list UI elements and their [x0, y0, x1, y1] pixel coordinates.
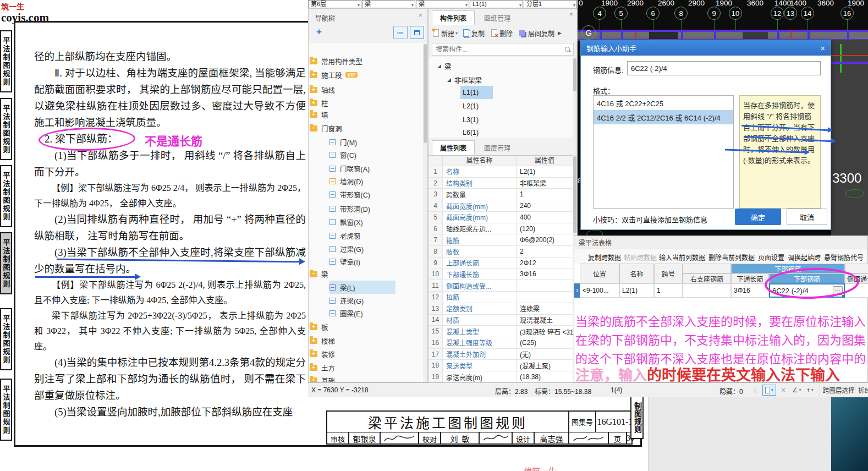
tab-component-list[interactable]: 构件列表	[432, 10, 475, 25]
property-row[interactable]: 13定额类别连续梁	[428, 303, 573, 315]
nav-tree-item[interactable]: +土方	[310, 361, 422, 374]
nav-tree-item[interactable]: +施工段VIP	[310, 68, 422, 81]
delete-button[interactable]: 删除	[491, 29, 513, 38]
interlayer-copy-button[interactable]: 层间复制	[519, 29, 554, 38]
angle-tool-icon[interactable]: ∠▾	[790, 385, 803, 396]
property-row[interactable]: 16混凝土强度等级(C25)	[428, 337, 573, 349]
cell-right-support[interactable]	[683, 283, 731, 298]
cancel-button[interactable]: 取消	[787, 209, 827, 225]
format-option[interactable]: 4C16 或 2C22+2C25	[594, 96, 733, 110]
property-row[interactable]: 6轴线距梁左边...(120)	[428, 223, 573, 235]
nav-tree-item[interactable]: 壁龛(I)	[329, 255, 427, 268]
cross-layer-select-button[interactable]: 跨图层选择	[820, 383, 858, 397]
property-row[interactable]: 14材质现浇混凝土	[428, 315, 573, 326]
nav-tree-item[interactable]: +墙	[310, 108, 422, 121]
property-row[interactable]: 3跨数量1	[428, 189, 573, 200]
dialog-titlebar[interactable]: 钢筋输入小助手 ×	[581, 40, 831, 56]
nav-tree-item[interactable]: 老虎窗	[329, 229, 427, 242]
component-subgroup[interactable]: 非框架梁	[447, 73, 482, 86]
nav-tree-item[interactable]: +常用构件类型	[310, 54, 422, 68]
tab-layer-manage[interactable]: 图层管理	[476, 140, 519, 155]
property-row[interactable]: 5截面高度(mm)400	[428, 212, 573, 223]
nav-tree-item[interactable]: 带形洞(D)	[329, 202, 427, 215]
close-icon[interactable]: ×	[569, 10, 573, 18]
component-item[interactable]: L6(1)	[463, 126, 479, 139]
nav-tree-item[interactable]: 门联窗(A)	[329, 162, 427, 175]
cell-span[interactable]: 1	[654, 283, 683, 298]
component-item[interactable]: L3(1)	[463, 113, 479, 127]
nav-tree-item[interactable]: +装修	[310, 347, 422, 360]
copy-span-button[interactable]: 复制跨数据	[588, 253, 621, 262]
nav-tree-item[interactable]: 过梁(G)	[329, 242, 427, 255]
delete-column-button[interactable]: 删除当前列数据	[708, 253, 755, 262]
ortho-icon[interactable]: ∟	[751, 385, 762, 396]
nav-tree-item[interactable]: 带形窗(C)	[329, 188, 427, 201]
property-row[interactable]: 15混凝土类型(3现浇砼 碎石 <31.5...	[428, 326, 573, 337]
more-button[interactable]: ···	[833, 286, 843, 295]
property-row[interactable]: 2结构类别非框架梁	[428, 178, 573, 189]
rebar-info-input[interactable]	[627, 61, 821, 75]
row-number[interactable]: 1	[574, 283, 580, 298]
toolbar-overflow-icon[interactable]: ▶	[558, 30, 562, 36]
element-select[interactable]: L1(1)▾	[470, 0, 523, 8]
page-setup-button[interactable]: 页面设置	[758, 253, 784, 262]
input-column-button[interactable]: 输入当前列数据	[659, 253, 705, 262]
polyline-select-button[interactable]: 折线选择	[855, 383, 868, 397]
nav-tree-item[interactable]: +轴线	[310, 83, 422, 96]
nav-tree-item[interactable]: +板	[310, 320, 422, 333]
nav-tree-item[interactable]: −门窗洞	[310, 122, 422, 135]
cell-bottom-rebar-selected[interactable]: 6C22 (-2)/4 ···	[769, 283, 845, 298]
nav-tree-item[interactable]: 连梁(G)	[329, 294, 427, 307]
search-icon[interactable]	[564, 46, 571, 53]
component-group[interactable]: 梁	[437, 59, 452, 73]
ok-button[interactable]: 确定	[735, 209, 781, 225]
layer-select[interactable]: 分层1▾	[524, 0, 577, 8]
nav-tree-item-selected[interactable]: 梁(L)	[329, 281, 395, 294]
cell-bottom-through[interactable]: 3Φ16	[731, 283, 769, 298]
search-input[interactable]	[432, 46, 564, 53]
nav-tree-item[interactable]: 窗(C)	[329, 148, 427, 161]
paper-tool-button[interactable]: ▾	[762, 385, 776, 396]
property-row[interactable]: 1名称L2(1)	[428, 166, 573, 178]
property-row[interactable]: 12拉筋	[428, 292, 573, 303]
nav-scrollbar[interactable]	[423, 43, 427, 382]
floor-select[interactable]: 第6层▾	[308, 0, 361, 8]
new-button[interactable]: 新建▾	[433, 29, 458, 38]
cantilever-rebar-button[interactable]: 悬臂钢筋代号	[824, 253, 868, 262]
component-item-selected[interactable]: L1(1)	[460, 86, 493, 99]
nav-tree-item[interactable]: 墙洞(D)	[329, 174, 427, 188]
tab-property-list[interactable]: 属性列表	[432, 140, 475, 155]
nav-tree-item[interactable]: +基础	[310, 374, 422, 382]
property-row[interactable]: 4截面宽度(mm)240	[428, 200, 573, 212]
property-row[interactable]: 8肢数2	[428, 246, 573, 258]
cell-position[interactable]: <9-100...	[580, 283, 619, 298]
add-point-tool-icon[interactable]: +▾	[804, 385, 816, 396]
nav-tree-item[interactable]: 圈梁(E)	[329, 306, 427, 320]
nav-tree-item[interactable]: 门(M)	[329, 135, 427, 149]
type-select[interactable]: 梁▾	[416, 0, 469, 8]
property-row[interactable]: 11侧面构造或受...	[428, 280, 573, 292]
format-option-selected[interactable]: 4C16 2/2 或 2C12/2C16 或 6C14 (-2)/4	[594, 110, 733, 124]
list-view-button[interactable]: ≔	[393, 26, 408, 39]
property-row[interactable]: 19泵送高度(m)(18.38)	[428, 371, 573, 383]
clear-selection-icon[interactable]: ×	[779, 385, 788, 396]
property-row[interactable]: 17混凝土外加剂(无)	[428, 349, 573, 360]
nav-tree-item[interactable]: −梁	[310, 267, 422, 281]
close-icon[interactable]: ×	[820, 43, 825, 53]
close-icon[interactable]: ×	[419, 12, 422, 19]
category-select[interactable]: 梁▾	[362, 0, 415, 8]
copy-button[interactable]: 复制	[463, 29, 485, 38]
property-row[interactable]: 7箍筋Φ6@200(2)	[428, 234, 573, 246]
property-row[interactable]: 10下部通长筋3Φ16	[428, 269, 573, 281]
nav-tree-item[interactable]: 飘窗(X)	[329, 215, 427, 228]
cell-name[interactable]: L2(1)	[619, 283, 654, 298]
property-row[interactable]: 18泵送类型(混凝土泵)	[428, 360, 573, 371]
add-node-icon[interactable]: +	[316, 26, 322, 37]
panel-view-button[interactable]	[410, 26, 424, 39]
component-item[interactable]: L2(1)	[463, 100, 479, 113]
property-row[interactable]: 9上部通长筋2Φ12	[428, 258, 573, 269]
tab-drawing-manage[interactable]: 图纸管理	[476, 10, 519, 25]
nav-tree-item[interactable]: +楼梯	[310, 334, 422, 347]
swap-start-span-button[interactable]: 调换起始跨	[788, 253, 821, 262]
cell-side[interactable]	[845, 283, 868, 298]
